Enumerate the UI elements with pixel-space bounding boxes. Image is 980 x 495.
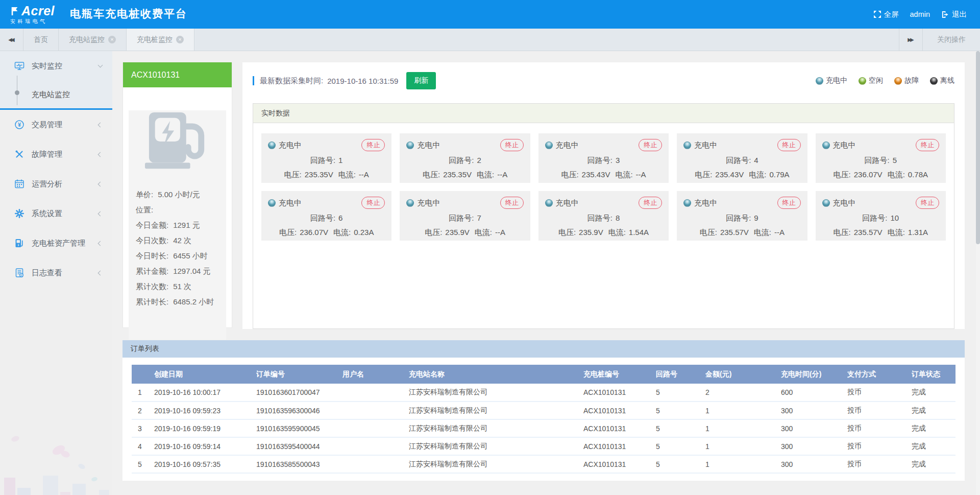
charging-status-icon [406,199,414,207]
fault-status-icon [894,77,902,85]
analysis-icon [14,179,24,189]
charging-cards-grid: 充电中 终止 回路号:1 电压:235.35V电流:--A 充电中 终止 回路号… [261,133,946,241]
legend-offline: 离线 [930,76,954,85]
stop-button[interactable]: 终止 [361,197,385,209]
refresh-button[interactable]: 刷新 [406,72,436,89]
stop-button[interactable]: 终止 [500,139,524,151]
logout-button[interactable]: 退出 [941,10,967,19]
card-status-label: 充电中 [279,140,302,150]
close-tab-icon[interactable]: × [108,36,116,43]
device-stat-row: 累计次数:51 次 [136,279,219,294]
tab-bar: ◀◀ 首页 充电站监控 × 充电桩监控 × ▶▶ 关闭操作 [0,29,980,51]
main-content: ACX1010131 单价:5.00 小时/元 位置: [112,51,980,495]
card-status-label: 充电中 [833,198,856,208]
stop-button[interactable]: 终止 [500,197,524,209]
close-operations-menu[interactable]: 关闭操作 [922,29,980,51]
stop-button[interactable]: 终止 [777,139,801,151]
sidebar-item-faults[interactable]: 故障管理 [0,139,112,169]
monitor-panel: 最新数据采集时间: 2019-10-16 10:31:59 刷新 充电中 空闲 [242,62,965,329]
circuit-line: 回路号:2 [406,156,523,166]
tab-pile-monitor[interactable]: 充电桩监控 × [127,29,194,51]
tabs-scroll-left-button[interactable]: ◀◀ [0,29,23,51]
stop-button[interactable]: 终止 [639,139,662,151]
card-status-label: 充电中 [417,140,440,150]
circuit-line: 回路号:5 [822,156,939,166]
charging-status-icon [268,142,276,149]
tab-home[interactable]: 首页 [23,29,59,51]
card-status-label: 充电中 [556,140,579,150]
status-legend: 充电中 空闲 故障 离 [816,76,954,85]
electrical-line: 电压:236.07V电流:0.78A [822,170,939,180]
sidebar-item-settings[interactable]: 系统设置 [0,199,112,228]
device-panel: ACX1010131 单价:5.00 小时/元 位置: [122,62,232,328]
col-station-name: 充电站名称 [409,365,583,384]
table-row: 5 2019-10-16 09:57:35 1910163585500043 江… [132,455,955,473]
circuit-line: 回路号:3 [545,156,662,166]
charging-point-card: 充电中 终止 回路号:5 电压:236.07V电流:0.78A [816,133,946,183]
stop-button[interactable]: 终止 [777,197,801,209]
electrical-line: 电压:235.43V电流:0.79A [683,170,800,180]
circuit-line: 回路号:4 [683,156,800,166]
flag-icon [10,7,19,16]
stop-button[interactable]: 终止 [916,197,939,209]
legend-idle: 空闲 [859,76,883,85]
stop-button[interactable]: 终止 [639,197,662,209]
col-pile-no: 充电桩编号 [583,365,656,384]
circuit-line: 回路号:9 [683,214,800,223]
chevron-left-icon [98,211,103,216]
charging-status-icon [816,77,823,85]
accent-bar [253,76,254,85]
transaction-icon: ¥ [14,120,24,130]
col-amount: 金额(元) [705,365,781,384]
scrollbar-thumb[interactable] [976,51,980,244]
device-id: ACX1010131 [123,62,232,87]
username[interactable]: admin [910,10,930,18]
charging-point-card: 充电中 终止 回路号:9 电压:235.57V电流:--A [677,191,807,241]
logo-text: Acrel [21,5,55,17]
sidebar-item-logs[interactable]: 日志查看 [0,258,112,288]
col-charge-minutes: 充电时间(分) [781,365,847,384]
sidebar-item-analysis[interactable]: 运营分析 [0,169,112,199]
sidebar-item-transactions[interactable]: ¥ 交易管理 [0,110,112,139]
card-status-label: 充电中 [417,198,440,208]
logo-subtext: 安科瑞电气 [10,19,55,24]
chevron-left-icon [98,270,103,275]
orders-header-row: 创建日期 订单编号 用户名 充电站名称 充电桩编号 回路号 金额(元) 充电时间… [132,365,955,384]
legend-fault: 故障 [894,76,919,85]
electrical-line: 电压:235.35V电流:--A [406,170,523,180]
table-row: 3 2019-10-16 09:59:19 1910163595900045 江… [132,419,955,437]
circuit-line: 回路号:10 [822,214,939,223]
chevron-down-icon [98,62,103,67]
sidebar-item-station-monitor[interactable]: 充电站监控 [0,81,112,108]
tab-station-monitor[interactable]: 充电站监控 × [59,29,127,51]
charging-status-icon [822,142,830,149]
fullscreen-button[interactable]: 全屏 [874,10,899,19]
app-header: Acrel 安科瑞电气 电瓶车充电桩收费平台 全屏 admin 退出 [0,0,980,29]
electrical-line: 电压:235.9V电流:1.54A [545,228,662,238]
device-stats: 单价:5.00 小时/元 位置: 今日金额:1291 元 今日次数:42 次 今… [136,187,219,310]
table-row: 4 2019-10-16 09:59:14 1910163595400044 江… [132,437,955,455]
acrel-logo: Acrel 安科瑞电气 [10,5,55,24]
fullscreen-icon [874,11,881,18]
charging-status-icon [683,142,691,149]
charging-point-card: 充电中 终止 回路号:2 电压:235.35V电流:--A [400,133,530,183]
stop-button[interactable]: 终止 [361,139,385,151]
col-index [132,365,154,384]
charging-point-card: 充电中 终止 回路号:3 电压:235.43V电流:--A [538,133,669,183]
tabs-scroll-right-button[interactable]: ▶▶ [899,29,922,51]
device-stat-row: 单价:5.00 小时/元 [136,187,219,202]
device-stat-row: 今日金额:1291 元 [136,218,219,233]
sidebar-item-pile-assets[interactable]: 充电桩资产管理 [0,228,112,258]
legend-charging: 充电中 [816,76,847,85]
vertical-scrollbar[interactable] [976,51,980,495]
charging-status-icon [545,199,553,207]
asset-icon [14,238,24,248]
card-status-label: 充电中 [833,140,856,150]
device-stat-row: 累计金额:1297.04 元 [136,264,219,279]
close-tab-icon[interactable]: × [176,36,184,43]
orders-title: 订单列表 [122,340,965,358]
chevron-left-icon [98,122,103,127]
stop-button[interactable]: 终止 [916,139,939,151]
charging-point-card: 充电中 终止 回路号:1 电压:235.35V电流:--A [261,133,391,183]
col-create-date: 创建日期 [154,365,256,384]
